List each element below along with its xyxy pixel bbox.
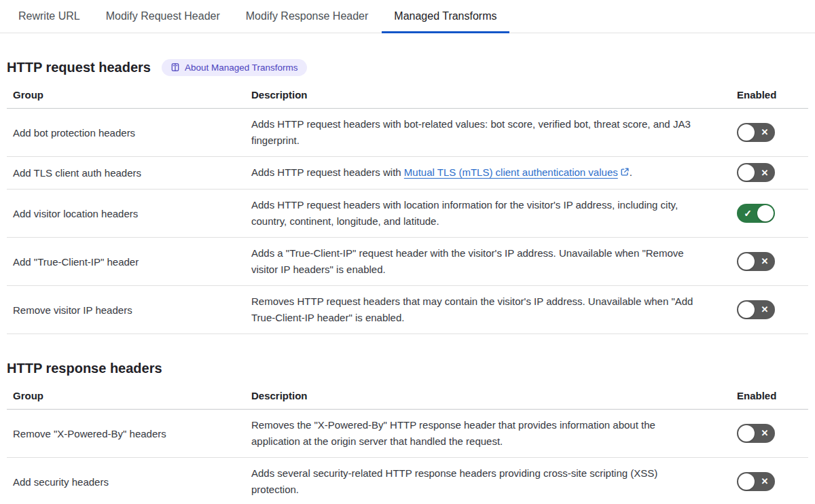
section-head: HTTP request headers About Managed Trans… (7, 58, 808, 76)
table-row-add-visitor-location-headers: Add visitor location headers Adds HTTP r… (7, 190, 808, 238)
toggle-remove-x-powered-by-headers[interactable]: ✕ (737, 424, 775, 443)
group-cell: Remove visitor IP headers (7, 286, 251, 334)
group-cell: Add security headers (7, 458, 251, 504)
transform-rules-tabbar: Rewrite URLModify Request HeaderModify R… (0, 0, 815, 33)
toggle-knob (738, 253, 755, 270)
tab-label: Managed Transforms (394, 10, 496, 22)
table-row-remove-visitor-ip-headers: Remove visitor IP headers Removes HTTP r… (7, 286, 808, 334)
description-cell: Removes the "X-Powered-By" HTTP response… (251, 410, 737, 458)
toggle-remove-visitor-ip-headers[interactable]: ✕ (737, 300, 775, 319)
toggle-knob (738, 425, 755, 442)
external-link-icon (620, 165, 630, 181)
toggle-add-security-headers[interactable]: ✕ (737, 472, 775, 491)
section-http-response-headers: HTTP response headers Group Description … (7, 359, 808, 504)
table-row-add-bot-protection-headers: Add bot protection headers Adds HTTP req… (7, 109, 808, 157)
transforms-table: Group Description Enabled Add bot protec… (7, 82, 808, 334)
toggle-knob (738, 124, 755, 141)
badge-label: About Managed Transforms (185, 62, 298, 73)
toggle-add-bot-protection-headers[interactable]: ✕ (737, 123, 775, 142)
x-icon: ✕ (756, 252, 774, 271)
column-header-description: Description (251, 82, 737, 109)
book-icon (170, 62, 180, 72)
table-row-remove-x-powered-by-headers: Remove "X-Powered-By" headers Removes th… (7, 410, 808, 458)
toggle-knob (738, 302, 755, 318)
section-http-request-headers: HTTP request headers About Managed Trans… (7, 58, 808, 334)
managed-transforms-content: HTTP request headers About Managed Trans… (0, 58, 815, 504)
tab-modify-response-header[interactable]: Modify Response Header (234, 0, 381, 33)
x-icon: ✕ (756, 163, 774, 182)
group-cell: Add "True-Client-IP" header (7, 238, 251, 286)
tab-label: Modify Request Header (106, 10, 220, 22)
section-head: HTTP response headers (7, 359, 808, 377)
table-row-add-tls-client-auth-headers: Add TLS client auth headers Adds HTTP re… (7, 157, 808, 190)
description-cell: Adds HTTP request headers with Mutual TL… (251, 157, 737, 190)
group-cell: Remove "X-Powered-By" headers (7, 410, 251, 458)
toggle-add-tls-client-auth-headers[interactable]: ✕ (737, 163, 775, 182)
description-text: Adds HTTP request headers with (251, 166, 404, 178)
about-managed-transforms-badge[interactable]: About Managed Transforms (162, 59, 307, 76)
column-header-enabled: Enabled (737, 383, 808, 410)
description-cell: Adds several security-related HTTP respo… (251, 458, 737, 504)
table-row-add-security-headers: Add security headers Adds several securi… (7, 458, 808, 504)
x-icon: ✕ (756, 472, 774, 491)
mtls-docs-link[interactable]: Mutual TLS (mTLS) client authentication … (404, 166, 618, 178)
description-text: . (630, 166, 632, 178)
x-icon: ✕ (756, 300, 774, 319)
description-cell: Adds a "True-Client-IP" request header w… (251, 238, 737, 286)
description-cell: Adds HTTP request headers with location … (251, 190, 737, 238)
tab-label: Modify Response Header (246, 10, 369, 22)
description-cell: Removes HTTP request headers that may co… (251, 286, 737, 334)
group-cell: Add visitor location headers (7, 190, 251, 238)
tab-managed-transforms[interactable]: Managed Transforms (382, 0, 509, 33)
section-title: HTTP request headers (7, 58, 151, 76)
toggle-add-visitor-location-headers[interactable]: ✓ (737, 204, 775, 223)
column-header-group: Group (7, 82, 251, 109)
description-cell: Adds HTTP request headers with bot-relat… (251, 109, 737, 157)
transforms-table: Group Description Enabled Remove "X-Powe… (7, 383, 808, 504)
tab-rewrite-url[interactable]: Rewrite URL (6, 0, 92, 33)
column-header-enabled: Enabled (737, 82, 808, 109)
toggle-knob (738, 164, 755, 181)
group-cell: Add TLS client auth headers (7, 157, 251, 190)
check-icon: ✓ (739, 204, 757, 223)
toggle-knob (738, 473, 755, 490)
toggle-add-true-client-ip-header[interactable]: ✕ (737, 252, 775, 271)
column-header-description: Description (251, 383, 737, 410)
group-cell: Add bot protection headers (7, 109, 251, 157)
table-row-add-true-client-ip-header: Add "True-Client-IP" header Adds a "True… (7, 238, 808, 286)
tab-label: Rewrite URL (18, 10, 80, 22)
x-icon: ✕ (756, 123, 774, 142)
x-icon: ✕ (756, 424, 774, 443)
toggle-knob (757, 205, 774, 221)
column-header-group: Group (7, 383, 251, 410)
section-title: HTTP response headers (7, 359, 162, 377)
tab-modify-request-header[interactable]: Modify Request Header (94, 0, 232, 33)
